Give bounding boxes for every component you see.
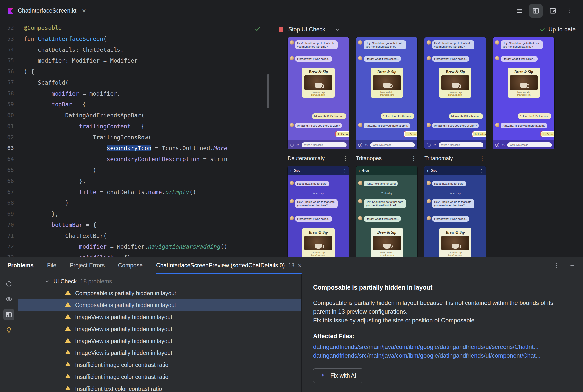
code-text: DatingAndFriendsAppBar( (24, 110, 145, 121)
preview-card[interactable]: Hey! Should we go to that cafe you menti… (493, 37, 554, 149)
more-vertical-icon[interactable]: ⋮ (479, 156, 485, 161)
more-vertical-icon[interactable] (553, 262, 559, 269)
preview-canvas[interactable]: Hey! Should we go to that cafe you menti… (271, 37, 583, 257)
emoji-icon[interactable]: ☺ (364, 143, 368, 147)
editor-list-icon[interactable] (512, 4, 526, 18)
affected-file-link[interactable]: datingandfriends/src/main/java/com/ibm/g… (313, 342, 571, 351)
minimize-icon[interactable] (569, 262, 575, 269)
code-line[interactable]: 71 ChatTextBar( (0, 230, 270, 241)
message-input[interactable]: Write A Message (302, 142, 347, 148)
problem-item[interactable]: Insufficient image color contrast ratio (18, 359, 301, 371)
more-vertical-icon[interactable]: ⋮ (343, 156, 348, 161)
add-attachment-icon[interactable]: + (359, 143, 363, 147)
tab-file[interactable]: File (47, 258, 56, 274)
emoji-icon[interactable]: ☺ (433, 143, 437, 147)
code-line[interactable]: 63 secondaryIcon = Icons.Outlined.More (0, 143, 270, 154)
code-line[interactable]: 60 DatingAndFriendsAppBar( (0, 110, 270, 121)
code-line[interactable]: 52@Composable (0, 22, 270, 33)
code-line[interactable]: 54 chatDetails: ChatDetails, (0, 44, 270, 55)
problems-tab-bar: Problems FileProject ErrorsComposeChatIn… (0, 258, 583, 274)
code-line[interactable]: 61 trailingContent = { (0, 121, 270, 132)
problem-item[interactable]: Composable is partially hidden in layout (18, 287, 301, 299)
tab-compose[interactable]: Compose (118, 258, 142, 274)
problem-item[interactable]: ImageView is partially hidden in layout (18, 335, 301, 347)
bubble-text: Hey! Should we go to that cafe you menti… (295, 199, 338, 208)
split-editor-icon[interactable] (529, 4, 543, 18)
panel-title[interactable]: Problems (8, 262, 34, 269)
preview-card[interactable]: ‹Greg⋮Haha, next time for sure!Yesterday… (287, 166, 349, 257)
code-line[interactable]: 67 title = chatDetails.name.orEmpty() (0, 186, 270, 198)
code-line[interactable]: 68 ) (0, 198, 270, 208)
line-number: 71 (0, 230, 24, 241)
device-frame-icon[interactable] (546, 4, 559, 18)
back-icon[interactable]: ‹ (427, 168, 428, 173)
add-attachment-icon[interactable]: + (427, 143, 431, 147)
tab-project-errors[interactable]: Project Errors (70, 258, 105, 274)
stop-ui-check-button[interactable]: Stop UI Check (288, 26, 325, 33)
problem-item[interactable]: Insufficient text color contrast ratio (18, 383, 301, 392)
back-icon[interactable]: ‹ (359, 168, 360, 173)
editor-scrollbar[interactable] (267, 74, 269, 108)
add-attachment-icon[interactable]: + (495, 143, 499, 147)
code-line[interactable]: 73 onAddClick = {} (0, 252, 270, 257)
problem-group-header[interactable]: UI Check 18 problems (18, 275, 301, 287)
code-text: ChatTextBar( (24, 230, 107, 241)
emoji-icon[interactable]: ☺ (501, 143, 505, 147)
emoji-icon[interactable]: ☺ (296, 143, 300, 147)
code-line[interactable]: 70 bottomBar = { (0, 220, 270, 230)
more-vertical-icon[interactable]: ⋮ (411, 156, 416, 161)
code-line[interactable]: 55 modifier: Modifier = Modifier (0, 55, 270, 66)
problem-item[interactable]: Composable is partially hidden in layout (18, 299, 301, 311)
close-icon[interactable]: × (82, 8, 86, 14)
more-vertical-icon[interactable]: ⋮ (411, 169, 415, 172)
code-line[interactable]: 62 TrailingIconsRow( (0, 132, 270, 143)
editor-tab[interactable]: ChatInterfaceScreen.kt × (0, 0, 94, 22)
preview-card[interactable]: ‹Greg⋮Haha, next time for sure!Yesterday… (356, 166, 417, 257)
code-line[interactable]: 69 }, (0, 208, 270, 220)
code-line[interactable]: 57 Scaffold( (0, 77, 270, 88)
preview-card[interactable]: Hey! Should we go to that cafe you menti… (287, 37, 349, 149)
details-view-icon[interactable] (4, 309, 15, 320)
affected-file-link[interactable]: datingandfriends/src/main/java/com/ibm/g… (313, 351, 571, 360)
editor-pane[interactable]: 52@Composable53fun ChatInterfaceScreen(5… (0, 22, 271, 257)
eye-icon[interactable] (4, 294, 15, 305)
message-input[interactable]: Write A Message (439, 142, 483, 148)
refresh-icon[interactable] (4, 278, 15, 289)
code-text: }, (24, 176, 86, 186)
fix-with-ai-button[interactable]: Fix with AI (313, 368, 363, 383)
code-line[interactable]: 65 ) (0, 165, 270, 176)
preview-variant-label: Deuteranomaly⋮ (287, 154, 349, 163)
problem-item[interactable]: Insufficient image color contrast ratio (18, 371, 301, 383)
problem-item[interactable]: ImageView is partially hidden in layout (18, 347, 301, 359)
code-line[interactable]: 66 }, (0, 176, 270, 186)
more-vertical-icon[interactable]: ⋮ (480, 169, 483, 172)
preview-card[interactable]: Hey! Should we go to that cafe you menti… (356, 37, 417, 149)
more-vertical-icon[interactable] (563, 4, 576, 18)
code-text: TrailingIconsRow( (24, 132, 151, 143)
code-line[interactable]: 53fun ChatInterfaceScreen( (0, 33, 270, 44)
line-number: 52 (0, 22, 24, 33)
code-line[interactable]: 58 modifier = modifier, (0, 88, 270, 99)
warning-icon (65, 373, 71, 381)
preview-pane: Stop UI Check Up-to-date Hey! Should we … (271, 22, 583, 257)
tab-chatinterfacescreenpreview-sortedchatdetails-0[interactable]: ChatInterfaceScreenPreview (sortedChatDe… (156, 258, 302, 274)
code-line[interactable]: 56) { (0, 66, 270, 77)
code-line[interactable]: 72 modifier = Modifier.navigationBarsPad… (0, 241, 270, 252)
lightbulb-icon[interactable] (4, 324, 15, 336)
message-input[interactable]: Write A Message (507, 142, 552, 148)
problem-item[interactable]: ImageView is partially hidden in layout (18, 311, 301, 323)
message-input[interactable]: Write A Message (370, 142, 415, 148)
preview-card[interactable]: Hey! Should we go to that cafe you menti… (424, 37, 486, 149)
problem-detail-body: Composable is partially hidden in layout… (313, 298, 571, 324)
code-line[interactable]: 59 topBar = { (0, 99, 270, 110)
preview-card[interactable]: ‹Greg⋮Haha, next time for sure!Yesterday… (424, 166, 486, 257)
close-icon[interactable]: × (298, 262, 302, 269)
inspections-ok-check-icon[interactable] (254, 25, 261, 33)
add-attachment-icon[interactable]: + (290, 143, 294, 147)
chevron-down-icon[interactable] (335, 27, 340, 32)
problem-item[interactable]: ImageView is partially hidden in layout (18, 323, 301, 335)
code-line[interactable]: 64 secondaryContentDescription = strin (0, 154, 270, 165)
back-icon[interactable]: ‹ (290, 168, 292, 173)
stop-icon[interactable] (278, 27, 283, 32)
more-vertical-icon[interactable]: ⋮ (343, 169, 347, 172)
